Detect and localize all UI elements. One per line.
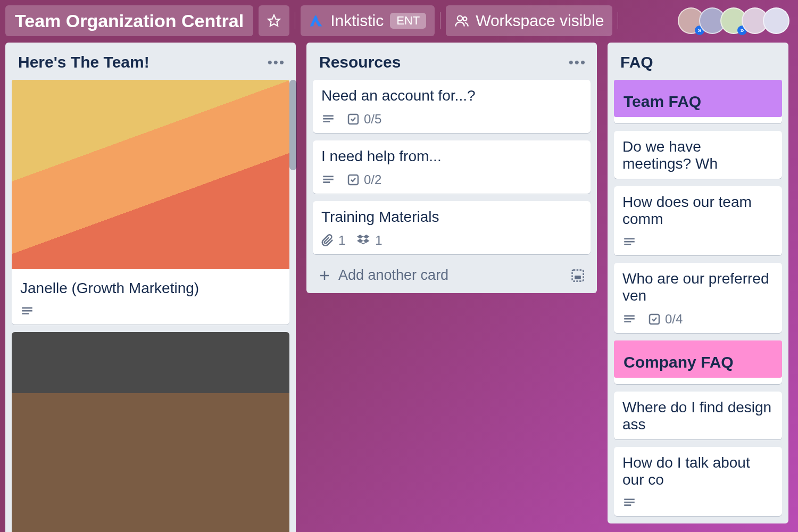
svg-point-2 [463,17,467,21]
workspace-badge: ENT [390,13,426,29]
checklist-icon [347,173,360,186]
plus-icon [318,269,331,282]
checklist-icon [648,313,661,326]
checklist-badge: 0/2 [347,172,381,187]
avatar[interactable] [763,7,789,34]
checklist-badge: 0/4 [648,312,683,327]
attachment-count: 1 [338,233,345,248]
dropbox-count: 1 [375,233,382,248]
board-title[interactable]: Team Organization Central [5,5,253,36]
card-meetings[interactable]: Do we have meetings? Wh [614,131,782,179]
list-title[interactable]: FAQ [620,53,653,71]
add-card-button[interactable]: Add another card [318,267,448,284]
separator [295,12,295,29]
dropbox-icon [357,234,371,247]
board-header: Team Organization Central Inktistic ENT … [5,5,798,43]
svg-rect-6 [323,115,334,117]
card-preferred-vendors[interactable]: Who are our preferred ven 0/4 [614,263,782,333]
workspace-name: Inktistic [330,12,384,30]
card-badges: 1 1 [321,231,582,248]
svg-rect-17 [624,241,635,243]
board-title-text: Team Organization Central [15,11,244,31]
svg-rect-19 [624,315,635,317]
svg-rect-11 [323,179,334,180]
list-title[interactable]: Here's The Team! [18,53,149,71]
card-title: Team FAQ [624,93,701,111]
card-badges: 0/4 [622,310,774,327]
list-resources: Resources ••• Need an account for...? 0/… [306,43,597,293]
card-title: Janelle (Growth Marketing) [20,280,281,297]
card-cover-image [12,332,289,532]
people-icon [454,13,469,28]
description-icon [20,304,34,318]
list-header: Resources ••• [313,50,591,72]
dropbox-badge: 1 [357,233,382,248]
svg-rect-23 [624,498,635,500]
list-title[interactable]: Resources [319,53,401,71]
svg-marker-0 [268,15,280,26]
svg-rect-24 [624,502,635,503]
card-team-member-2[interactable] [12,332,289,532]
card-label-pink: Company FAQ [614,340,782,378]
visibility-button[interactable]: Workspace visible [446,5,612,36]
visibility-label: Workspace visible [476,12,604,30]
svg-rect-12 [323,181,330,183]
card-janelle[interactable]: Janelle (Growth Marketing) [12,80,289,325]
card-team-comm[interactable]: How does our team comm [614,186,782,255]
card-title: Need an account for...? [321,87,582,104]
svg-rect-25 [624,504,631,506]
card-title: How do I talk about our co [622,454,774,488]
list-header: Here's The Team! ••• [12,50,289,72]
card-talk-about-co[interactable]: How do I talk about our co [614,447,782,516]
card-badges: 0/5 [321,110,582,127]
card-template-button[interactable] [570,268,585,283]
svg-rect-21 [624,321,631,322]
svg-point-1 [458,16,462,21]
card-training-materials[interactable]: Training Materials 1 1 [313,201,591,254]
svg-rect-10 [323,176,334,177]
svg-rect-7 [323,118,334,120]
description-icon [622,235,636,249]
svg-rect-5 [22,313,29,314]
card-title: Who are our preferred ven [622,270,774,304]
description-icon [622,496,636,510]
checklist-count: 0/5 [364,112,381,127]
svg-rect-8 [323,121,330,122]
card-need-account[interactable]: Need an account for...? 0/5 [313,80,591,133]
board-members[interactable]: » » [683,7,793,34]
add-card-label: Add another card [338,267,448,284]
card-cover-image [12,80,289,269]
svg-rect-15 [575,276,581,279]
description-icon [321,112,335,126]
list-footer: Add another card [313,262,591,286]
checklist-count: 0/2 [364,172,381,187]
separator [440,12,440,29]
card-badges: 0/2 [321,170,582,187]
workspace-button[interactable]: Inktistic ENT [301,5,435,36]
list-menu-button[interactable]: ••• [569,54,586,71]
star-button[interactable] [259,5,289,36]
list-heres-the-team: Here's The Team! ••• Janelle (Growth Mar… [5,43,296,532]
card-badges [20,302,281,318]
atlassian-icon [309,13,324,28]
card-need-help[interactable]: I need help from... 0/2 [313,140,591,194]
description-icon [321,173,335,187]
card-title: Do we have meetings? Wh [622,138,774,172]
checklist-icon [347,113,360,126]
card-design-assets[interactable]: Where do I find design ass [614,392,782,439]
card-title: Training Materials [321,209,582,226]
separator [618,12,618,29]
card-company-faq-label[interactable]: Company FAQ [614,340,782,384]
list-faq: FAQ Team FAQ Do we have meetings? Wh How… [608,43,788,523]
description-icon [622,312,636,326]
card-title: I need help from... [321,148,582,165]
card-title: Company FAQ [624,353,734,371]
checklist-count: 0/4 [665,312,683,327]
board-canvas: Here's The Team! ••• Janelle (Growth Mar… [5,43,798,532]
card-team-faq-label[interactable]: Team FAQ [614,80,782,123]
svg-rect-20 [624,318,635,320]
svg-rect-4 [22,310,32,312]
list-scrollbar[interactable] [289,80,297,170]
card-title: How does our team comm [622,194,774,228]
list-menu-button[interactable]: ••• [268,54,285,71]
